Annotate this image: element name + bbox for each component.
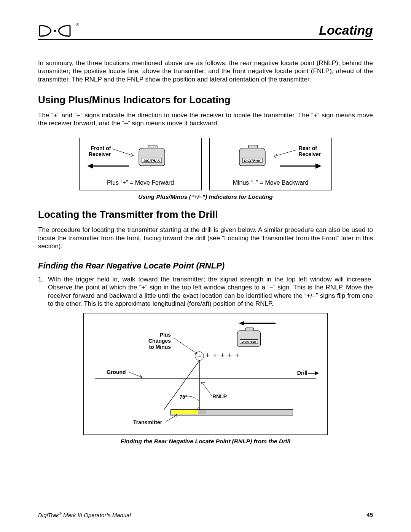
section-title: Locating <box>319 23 373 38</box>
arrow-left-icon <box>239 320 277 327</box>
panel-move-backward: Rear of Receiver DIGITRAK Minus “–” = Mo… <box>209 138 332 190</box>
svg-point-1 <box>54 30 56 32</box>
label-drill: Drill <box>297 370 307 376</box>
svg-line-21 <box>164 361 199 410</box>
svg-line-23 <box>202 382 212 396</box>
caption-move-forward: Plus “+” = Move Forward <box>80 179 201 186</box>
plus-minus-paragraph: The “+” and “–” signs indicate the direc… <box>38 111 373 128</box>
svg-marker-11 <box>315 163 322 169</box>
label-angle: 70° <box>180 394 187 400</box>
figure1-caption: Using Plus/Minus (“+/–”) Indicators for … <box>38 193 373 200</box>
digitrak-label: DIGITRAK <box>143 159 161 163</box>
pointer-line-icon <box>112 147 135 159</box>
pointer-line-icon <box>200 380 213 397</box>
step-text: With the trigger held in, walk toward th… <box>48 275 373 308</box>
receiver-device-icon: DIGITRAK <box>237 144 268 165</box>
registered-mark: ® <box>76 22 79 27</box>
footer-manual-title: DigiTrak® Mark III Operator’s Manual <box>38 511 131 518</box>
label-transmitter: Transmitter <box>133 419 162 425</box>
svg-marker-20 <box>315 371 319 375</box>
step-1: 1. With the trigger held in, walk toward… <box>38 275 373 308</box>
arrow-left-icon <box>87 162 130 170</box>
page-header: ® Locating <box>38 23 373 40</box>
pointer-line-icon <box>166 414 180 422</box>
plus-trail: + + + + + <box>206 351 240 359</box>
heading-locating-transmitter: Locating the Transmitter from the Drill <box>38 209 373 220</box>
page-footer: DigiTrak® Mark III Operator’s Manual 45 <box>38 509 373 518</box>
panel-move-forward: Front of Receiver DIGITRAK Plus “+” = M <box>79 138 202 190</box>
summary-paragraph: In summary, the three locations mentione… <box>38 59 373 83</box>
svg-line-24 <box>166 415 177 422</box>
label-rear-receiver: Rear of Receiver <box>299 145 321 157</box>
figure2-caption: Finding the Rear Negative Locate Point (… <box>38 438 373 445</box>
locating-paragraph: The procedure for locating the transmitt… <box>38 226 373 250</box>
arrow-right-icon <box>308 371 319 376</box>
label-ground: Ground <box>107 369 126 375</box>
svg-text:DIGITRAK: DIGITRAK <box>241 340 256 343</box>
label-plus-changes: Plus Changes to Minus <box>148 332 171 350</box>
heading-rnlp: Finding the Rear Negative Locate Point (… <box>38 261 373 271</box>
pointer-line-icon <box>173 337 199 355</box>
label-front-receiver: Front of Receiver <box>89 145 111 157</box>
minus-indicator: – <box>195 351 204 361</box>
plus-minus-panels: Front of Receiver DIGITRAK Plus “+” = M <box>38 138 373 190</box>
svg-line-3 <box>112 149 134 156</box>
drill-pipe <box>170 409 293 415</box>
arrow-right-icon <box>279 162 322 170</box>
svg-line-16 <box>174 338 197 354</box>
label-rnlp: RNLP <box>212 393 227 399</box>
dci-logo: ® <box>38 24 79 38</box>
receiver-device-icon: DIGITRAK <box>137 144 167 165</box>
pointer-line-icon <box>271 149 298 158</box>
caption-move-backward: Minus “–” = Move Backward <box>210 179 331 186</box>
svg-marker-6 <box>87 163 93 169</box>
svg-marker-13 <box>239 321 244 326</box>
receiver-device-icon: DIGITRAK <box>235 327 263 348</box>
svg-text:DIGITRAK: DIGITRAK <box>244 159 261 163</box>
heading-plus-minus: Using Plus/Minus Indicators for Locating <box>38 94 373 106</box>
figure-rnlp: DIGITRAK Plus Changes to Minus – + + + +… <box>83 313 328 435</box>
svg-line-7 <box>274 150 297 157</box>
svg-line-17 <box>129 372 142 377</box>
footer-page-number: 45 <box>366 511 373 518</box>
step-number: 1. <box>38 275 48 308</box>
